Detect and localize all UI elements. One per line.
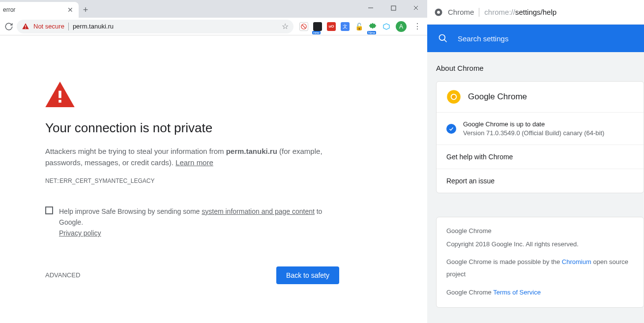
back-to-safety-button[interactable]: Back to safety bbox=[276, 266, 339, 284]
chrome-label: Chrome bbox=[448, 8, 474, 16]
search-icon bbox=[438, 33, 448, 43]
search-settings-input[interactable] bbox=[458, 34, 633, 43]
lock-open-icon[interactable]: 🔓 bbox=[354, 22, 363, 31]
translate-icon[interactable]: 文 bbox=[341, 22, 350, 31]
divider bbox=[68, 23, 69, 30]
safe-browsing-optin: Help improve Safe Browsing by sending so… bbox=[45, 206, 339, 239]
tos-link[interactable]: Terms of Service bbox=[493, 289, 541, 296]
footer-name: Google Chrome bbox=[446, 225, 634, 237]
svg-rect-8 bbox=[59, 91, 61, 98]
svg-point-11 bbox=[437, 11, 440, 14]
svg-rect-1 bbox=[391, 6, 396, 10]
chrome-logo-icon bbox=[446, 89, 461, 104]
close-tab-icon[interactable]: ✕ bbox=[67, 6, 74, 13]
extension-icon[interactable]: new bbox=[313, 22, 322, 31]
extension-icon[interactable] bbox=[382, 22, 391, 31]
close-window-button[interactable] bbox=[405, 0, 427, 16]
settings-url[interactable]: chrome://settings/help bbox=[484, 8, 556, 16]
privacy-error-window: error ✕ + Not secure perm.tanuki.ru ☆ bbox=[0, 0, 427, 323]
card-title: Google Chrome bbox=[468, 92, 527, 102]
bookmark-star-icon[interactable]: ☆ bbox=[282, 22, 289, 31]
settings-toolbar: Chrome chrome://settings/help bbox=[427, 0, 644, 25]
divider bbox=[479, 8, 479, 17]
error-body: Attackers might be trying to steal your … bbox=[45, 146, 339, 169]
svg-point-12 bbox=[439, 35, 445, 41]
address-bar[interactable]: Not secure perm.tanuki.ru ☆ bbox=[17, 20, 293, 33]
help-link[interactable]: Get help with Chrome bbox=[437, 145, 644, 169]
learn-more-link[interactable]: Learn more bbox=[176, 158, 213, 167]
tab-title: error bbox=[3, 6, 67, 13]
card-header-row: Google Chrome bbox=[437, 82, 644, 113]
window-controls bbox=[359, 0, 427, 16]
svg-rect-5 bbox=[25, 28, 26, 28]
update-status-text: Google Chrome is up to date bbox=[463, 120, 604, 128]
extension-icon[interactable] bbox=[299, 22, 308, 31]
extension-icon[interactable]: New bbox=[368, 22, 377, 31]
browser-tab[interactable]: error ✕ bbox=[0, 2, 79, 18]
report-issue-link[interactable]: Report an issue bbox=[437, 169, 644, 193]
warning-triangle-icon bbox=[45, 82, 75, 107]
new-tab-button[interactable]: + bbox=[79, 2, 92, 18]
kebab-menu-icon[interactable]: ⋮ bbox=[411, 22, 423, 31]
check-badge-icon bbox=[446, 124, 456, 134]
minimize-button[interactable] bbox=[359, 0, 382, 16]
settings-search-bar bbox=[427, 25, 644, 52]
chromium-link[interactable]: Chromium bbox=[562, 258, 591, 265]
svg-rect-9 bbox=[59, 100, 61, 103]
optin-checkbox[interactable] bbox=[45, 206, 53, 214]
error-headline: Your connection is not private bbox=[45, 120, 339, 136]
optin-text: Help improve Safe Browsing by sending so… bbox=[59, 206, 339, 239]
chrome-icon bbox=[434, 8, 443, 17]
titlebar: error ✕ + bbox=[0, 0, 427, 18]
maximize-button[interactable] bbox=[382, 0, 405, 16]
toolbar: Not secure perm.tanuki.ru ☆ new uO 文 🔓 N… bbox=[0, 18, 427, 35]
error-page-content: Your connection is not private Attackers… bbox=[0, 35, 339, 284]
svg-point-16 bbox=[452, 95, 456, 99]
privacy-policy-link[interactable]: Privacy policy bbox=[59, 229, 101, 237]
profile-avatar[interactable]: A bbox=[396, 21, 407, 32]
svg-line-7 bbox=[302, 25, 306, 28]
footer-tos: Google Chrome Terms of Service bbox=[446, 287, 634, 299]
advanced-button[interactable]: ADVANCED bbox=[45, 271, 80, 279]
footer-card: Google Chrome Copyright 2018 Google Inc.… bbox=[436, 217, 644, 308]
settings-window: Chrome chrome://settings/help About Chro… bbox=[427, 0, 644, 323]
svg-rect-4 bbox=[25, 25, 26, 27]
version-text: Version 71.0.3549.0 (Official Build) can… bbox=[463, 129, 604, 137]
url-text: perm.tanuki.ru bbox=[73, 23, 278, 30]
footer-oss: Google Chrome is made possible by the Ch… bbox=[446, 256, 634, 280]
ublock-icon[interactable]: uO bbox=[327, 22, 336, 31]
error-code: NET::ERR_CERT_SYMANTEC_LEGACY bbox=[45, 177, 339, 184]
reload-button[interactable] bbox=[4, 22, 14, 31]
security-status: Not secure bbox=[33, 23, 64, 30]
about-card: Google Chrome Google Chrome is up to dat… bbox=[436, 81, 644, 193]
section-title: About Chrome bbox=[436, 64, 644, 72]
svg-line-13 bbox=[444, 40, 447, 42]
warning-triangle-icon bbox=[22, 23, 29, 30]
settings-body: About Chrome Google Chrome Google Chrome… bbox=[427, 52, 644, 308]
extensions-row: new uO 文 🔓 New A ⋮ bbox=[296, 21, 423, 32]
action-row: ADVANCED Back to safety bbox=[45, 266, 339, 284]
footer-copyright: Copyright 2018 Google Inc. All rights re… bbox=[446, 238, 634, 251]
system-info-link[interactable]: system information and page content bbox=[202, 207, 315, 215]
update-status-row: Google Chrome is up to date Version 71.0… bbox=[437, 113, 644, 145]
